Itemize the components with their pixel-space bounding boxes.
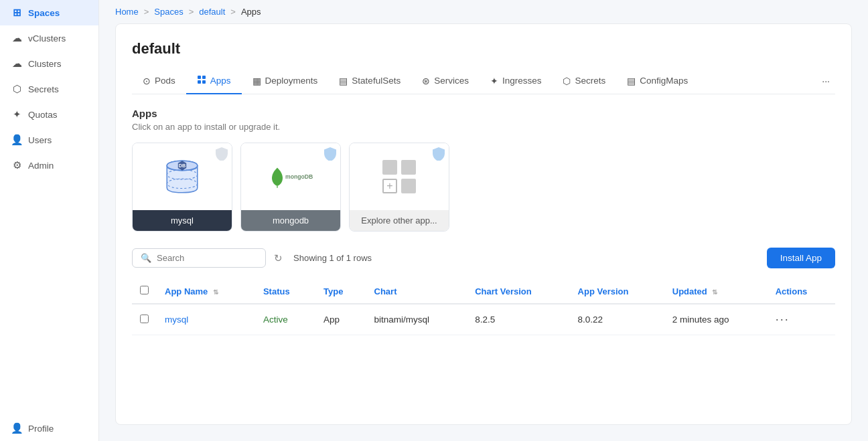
svg-rect-1 [202, 76, 206, 79]
app-card-explore[interactable]: + Explore other app... [349, 143, 449, 232]
table-header: App Name ⇅ Status Type Chart Chart Versi… [132, 279, 835, 304]
admin-icon: ⚙ [11, 159, 23, 171]
svg-text:DB: DB [179, 163, 186, 169]
sidebar-item-spaces[interactable]: ⊞ Spaces [0, 0, 98, 25]
main-area: Home > Spaces > default > Apps default ⊙… [99, 0, 868, 441]
quotas-icon: ✦ [11, 108, 23, 120]
install-app-button[interactable]: Install App [767, 248, 835, 268]
ingresses-tab-icon: ✦ [490, 76, 498, 86]
svg-text:mongoDB: mongoDB [285, 173, 313, 180]
row-checkbox[interactable] [140, 315, 149, 323]
profile-icon: 👤 [11, 422, 23, 434]
sidebar-item-admin[interactable]: ⚙ Admin [0, 153, 98, 178]
breadcrumb-sep3: > [230, 7, 236, 17]
sidebar-item-profile[interactable]: 👤 Profile [0, 416, 98, 441]
mysql-logo-icon: DB [162, 157, 202, 197]
search-input[interactable] [157, 253, 257, 263]
sidebar-item-quotas-label: Quotas [28, 110, 58, 120]
tabs-bar: ⊙ Pods Apps ▦ Deployments [132, 68, 835, 94]
sidebar-item-secrets-label: Secrets [28, 84, 59, 94]
row-chart-cell: bitnami/mysql [366, 304, 467, 335]
header-status: Status [255, 279, 315, 304]
sidebar-item-vclusters-label: vClusters [28, 33, 66, 43]
table-toolbar: 🔍 ↻ Showing 1 of 1 rows Install App [132, 248, 835, 268]
row-actions-menu[interactable]: ··· [776, 313, 790, 326]
tab-apps[interactable]: Apps [186, 68, 242, 94]
breadcrumb-home[interactable]: Home [115, 7, 139, 17]
secrets-tab-icon: ⬡ [563, 76, 571, 86]
row-status-cell: Active [255, 304, 315, 335]
breadcrumb-sep1: > [144, 7, 149, 17]
breadcrumb-spaces[interactable]: Spaces [154, 7, 183, 17]
tab-deployments[interactable]: ▦ Deployments [242, 69, 329, 94]
header-chart-label: Chart [374, 286, 397, 296]
row-status: Active [263, 315, 288, 325]
breadcrumb: Home > Spaces > default > Apps [99, 0, 868, 23]
explore-grid-icon: + [382, 160, 416, 193]
table-row: mysql Active App bitnami/mysql 8.2.5 [132, 304, 835, 335]
shield-badge-mongodb [324, 147, 336, 161]
sidebar-item-users-label: Users [28, 135, 52, 145]
clusters-icon: ☁ [11, 58, 23, 70]
shield-badge-mysql [216, 147, 228, 161]
header-updated[interactable]: Updated ⇅ [664, 279, 768, 304]
tab-pods[interactable]: ⊙ Pods [132, 69, 186, 94]
tabs-more-button[interactable]: ··· [816, 69, 835, 93]
spaces-icon: ⊞ [11, 7, 23, 19]
tab-deployments-label: Deployments [265, 76, 318, 86]
row-chart-version-cell: 8.2.5 [467, 304, 569, 335]
tab-configmaps[interactable]: ▤ ConfigMaps [616, 69, 699, 94]
sidebar: ⊞ Spaces ☁ vClusters ☁ Clusters ⬡ Secret… [0, 0, 99, 441]
tab-secrets[interactable]: ⬡ Secrets [552, 69, 616, 94]
search-box[interactable]: 🔍 [132, 248, 266, 268]
header-chart: Chart [366, 279, 467, 304]
header-updated-label: Updated [672, 286, 707, 296]
header-chart-version: Chart Version [467, 279, 569, 304]
row-app-version: 8.0.22 [578, 315, 603, 325]
updated-sort-icon: ⇅ [712, 288, 717, 296]
row-app-version-cell: 8.0.22 [570, 304, 664, 335]
select-all-checkbox[interactable] [140, 286, 149, 294]
secrets-icon: ⬡ [11, 83, 23, 95]
statefulsets-tab-icon: ▤ [339, 76, 348, 86]
sidebar-item-secrets[interactable]: ⬡ Secrets [0, 76, 98, 102]
header-app-name-label: App Name [165, 286, 208, 296]
search-icon: 🔍 [141, 253, 151, 263]
tab-apps-label: Apps [210, 76, 231, 86]
explore-card-label: Explore other app... [350, 210, 449, 231]
sidebar-item-clusters[interactable]: ☁ Clusters [0, 51, 98, 76]
sidebar-item-users[interactable]: 👤 Users [0, 127, 98, 153]
pods-tab-icon: ⊙ [143, 76, 151, 86]
row-updated-cell: 2 minutes ago [664, 304, 768, 335]
mongodb-logo-icon: mongoDB [264, 160, 317, 193]
header-actions-label: Actions [776, 286, 808, 296]
sidebar-item-vclusters[interactable]: ☁ vClusters [0, 25, 98, 51]
row-updated: 2 minutes ago [672, 315, 729, 325]
breadcrumb-default[interactable]: default [199, 7, 225, 17]
row-count: Showing 1 of 1 rows [293, 253, 372, 263]
apps-section-title: Apps [132, 108, 835, 119]
tab-services[interactable]: ⊛ Services [411, 69, 480, 94]
header-app-name[interactable]: App Name ⇅ [157, 279, 255, 304]
header-checkbox-col [132, 279, 157, 304]
svg-rect-3 [202, 80, 206, 84]
header-chart-version-label: Chart Version [475, 286, 532, 296]
content-panel: default ⊙ Pods Apps ▦ [115, 23, 852, 425]
mysql-card-label: mysql [133, 210, 232, 231]
table-body: mysql Active App bitnami/mysql 8.2.5 [132, 304, 835, 335]
header-type-label: Type [323, 286, 343, 296]
app-card-mongodb[interactable]: mongoDB mongodb [240, 143, 341, 232]
tab-ingresses[interactable]: ✦ Ingresses [480, 69, 553, 94]
tab-pods-label: Pods [155, 76, 175, 86]
deployments-tab-icon: ▦ [252, 76, 261, 86]
app-card-mysql[interactable]: DB mysql [132, 143, 232, 232]
tab-statefulsets[interactable]: ▤ StatefulSets [328, 69, 411, 94]
header-app-version: App Version [570, 279, 664, 304]
app-cards-container: DB mysql mongoDB [132, 143, 835, 232]
svg-rect-2 [198, 80, 201, 84]
sidebar-item-profile-label: Profile [28, 424, 54, 434]
refresh-icon[interactable]: ↻ [274, 252, 283, 264]
users-icon: 👤 [11, 134, 23, 146]
row-app-name-link[interactable]: mysql [165, 315, 188, 325]
sidebar-item-quotas[interactable]: ✦ Quotas [0, 102, 98, 127]
